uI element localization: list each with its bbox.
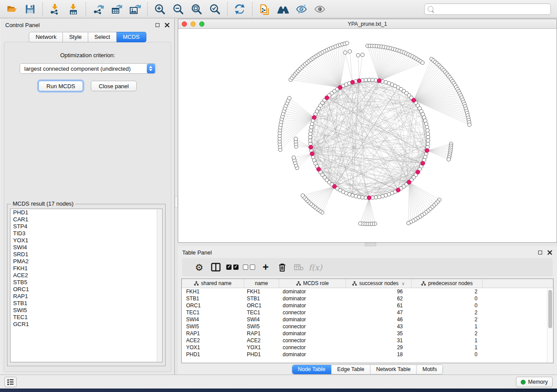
tab-network-table[interactable]: Network Table	[370, 365, 416, 374]
create-column-icon[interactable]: +	[257, 261, 274, 274]
mcds-result-item[interactable]: GCR1	[10, 321, 162, 328]
table-cell: SWI4	[244, 316, 279, 323]
column-header-successor-nodes[interactable]: successor nodes ∨	[346, 279, 412, 288]
import-table-icon[interactable]	[67, 3, 80, 16]
split-panel-icon[interactable]	[208, 261, 224, 274]
search-field[interactable]	[424, 3, 551, 15]
close-panel-icon[interactable]	[164, 22, 170, 28]
memory-button[interactable]: Memory	[516, 377, 553, 387]
memory-status-icon	[521, 380, 526, 385]
close-panel-button[interactable]: Close panel	[91, 81, 137, 91]
tab-mcds[interactable]: MCDS	[117, 32, 146, 42]
mcds-result-item[interactable]: RAP1	[10, 293, 162, 300]
zoom-out-icon[interactable]	[172, 3, 185, 16]
table-body: FKH1FKH1dominator962STB1STB1dominator620…	[182, 288, 553, 358]
optimization-criterion-select[interactable]: largest connected component (undirected)	[20, 63, 156, 74]
table-row[interactable]: PHD1PHD1dominator180	[182, 351, 553, 358]
column-label: predecessor nodes	[428, 280, 473, 286]
run-mcds-button[interactable]: Run MCDS	[38, 81, 83, 91]
table-cell: ORC1	[244, 302, 279, 309]
table-row[interactable]: ACE2ACE2connector311	[182, 337, 553, 344]
hide-selected-icon[interactable]	[295, 3, 308, 16]
table-cell: 47	[346, 309, 412, 316]
table-cell: ACE2	[244, 337, 279, 344]
mcds-result-item[interactable]: SWI5	[10, 307, 162, 314]
mcds-result-item[interactable]: ORC1	[10, 286, 162, 293]
function-builder-icon: f(x)	[307, 261, 324, 274]
tab-node-table[interactable]: Node Table	[292, 365, 331, 374]
main-toolbar	[0, 0, 557, 18]
mcds-result-item[interactable]: SRD1	[10, 251, 162, 258]
mcds-result-list[interactable]: PHD1CAR1STP4TID3YOX1SWI4SRD1PMA2FKH1ACE2…	[10, 209, 163, 362]
apply-layout-icon[interactable]	[233, 3, 246, 16]
tab-style[interactable]: Style	[63, 32, 88, 42]
node-table[interactable]: shared name name MCDS role successor nod…	[181, 279, 554, 363]
tab-edge-table[interactable]: Edge Table	[331, 365, 370, 374]
table-row[interactable]: FKH1FKH1dominator962	[182, 288, 553, 295]
table-cell: 29	[346, 344, 412, 351]
column-header-predecessor-nodes[interactable]: predecessor nodes	[412, 279, 483, 288]
table-row[interactable]: SWI5SWI5connector431	[182, 323, 553, 330]
show-all-icon[interactable]	[313, 3, 326, 16]
deselect-all-rows-icon[interactable]	[241, 261, 257, 274]
table-scrollbar[interactable]	[547, 288, 553, 362]
select-all-rows-icon[interactable]	[224, 261, 241, 274]
table-cell: dominator	[279, 330, 346, 337]
mcds-result-item[interactable]: YOX1	[10, 237, 162, 244]
table-cell: ORC1	[182, 302, 244, 309]
vertical-splitter[interactable]	[175, 19, 178, 375]
first-neighbors-icon[interactable]	[277, 3, 290, 16]
export-network-icon[interactable]	[92, 3, 105, 16]
new-network-from-selection-icon[interactable]	[258, 3, 271, 16]
mcds-result-item[interactable]: SWI4	[10, 244, 162, 251]
table-row[interactable]: RAP1RAP1dominator352	[182, 330, 553, 337]
open-session-icon[interactable]	[5, 3, 18, 16]
table-toolbar: ⚙ + f(x)	[182, 258, 553, 276]
mcds-result-item[interactable]: STB5	[10, 279, 162, 286]
search-input[interactable]	[436, 6, 547, 12]
column-header-shared-name[interactable]: shared name	[182, 279, 244, 288]
splitter-grip[interactable]	[175, 196, 178, 208]
column-header-mcds-role[interactable]: MCDS role	[279, 279, 346, 288]
tab-select[interactable]: Select	[88, 32, 117, 42]
table-cell: ACE2	[182, 337, 244, 344]
zoom-in-icon[interactable]	[153, 3, 166, 16]
zoom-fit-icon[interactable]	[190, 3, 203, 16]
tab-network[interactable]: Network	[29, 32, 63, 42]
float-panel-icon[interactable]	[155, 22, 160, 28]
mcds-result-item[interactable]: TID3	[10, 230, 162, 237]
float-panel-icon[interactable]	[537, 250, 543, 255]
close-panel-icon[interactable]	[547, 250, 553, 255]
table-row[interactable]: ORC1ORC1dominator610	[182, 302, 553, 309]
export-table-icon[interactable]	[110, 3, 123, 16]
mcds-result-item[interactable]: STB1	[10, 300, 162, 307]
tab-motifs[interactable]: Motifs	[416, 365, 443, 374]
table-cell: SWI4	[182, 316, 244, 323]
table-row[interactable]: STB1STB1dominator620	[182, 295, 553, 302]
table-cell: 1	[412, 344, 483, 351]
mcds-result-item[interactable]: PMA2	[10, 258, 162, 265]
mcds-result-item[interactable]: PHD1	[10, 209, 162, 216]
table-row[interactable]: TEC1TEC1connector472	[182, 309, 553, 316]
table-row[interactable]: YOX1YOX1connector291	[182, 344, 553, 351]
table-cell: FKH1	[244, 288, 279, 295]
table-row[interactable]: SWI4SWI4dominator462	[182, 316, 553, 323]
mcds-result-item[interactable]: CAR1	[10, 216, 162, 223]
mcds-result-item[interactable]: ACE2	[10, 272, 162, 279]
network-graph-canvas[interactable]	[178, 29, 557, 242]
column-header-name[interactable]: name	[244, 279, 279, 288]
save-session-icon[interactable]	[24, 3, 37, 16]
delete-column-icon[interactable]	[274, 261, 291, 274]
export-image-icon[interactable]	[128, 3, 142, 16]
table-cell: 2	[412, 309, 483, 316]
mcds-result-item[interactable]: TEC1	[10, 314, 162, 321]
table-settings-gear-icon[interactable]: ⚙	[191, 261, 208, 274]
mcds-list-scrollbar[interactable]	[157, 210, 162, 361]
zoom-selected-icon[interactable]	[208, 3, 221, 16]
mcds-result-item[interactable]: FKH1	[10, 265, 162, 272]
network-window-titlebar[interactable]: YPA_prune.txt_1	[178, 19, 557, 29]
show-log-console-button[interactable]	[4, 377, 17, 387]
mcds-result-item[interactable]: STP4	[10, 223, 162, 230]
scrollbar-thumb[interactable]	[548, 290, 552, 328]
import-network-icon[interactable]	[48, 3, 62, 16]
